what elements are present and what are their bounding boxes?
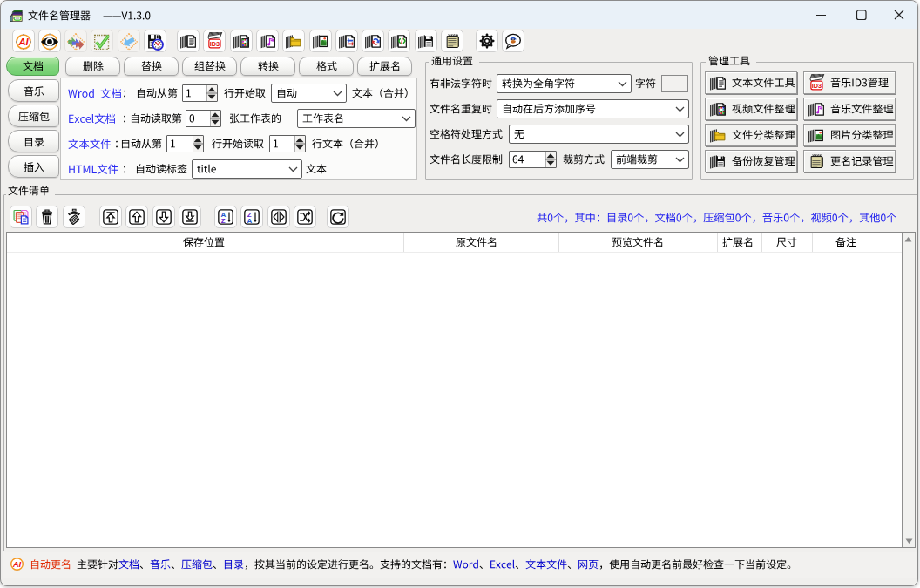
svg-text:AI: AI: [12, 559, 22, 569]
svg-text:Z: Z: [221, 217, 226, 225]
svg-text:ID3: ID3: [210, 40, 220, 48]
svg-text:ID3: ID3: [812, 82, 822, 90]
svg-text:AI: AI: [17, 37, 29, 47]
svg-text:A: A: [247, 217, 253, 225]
